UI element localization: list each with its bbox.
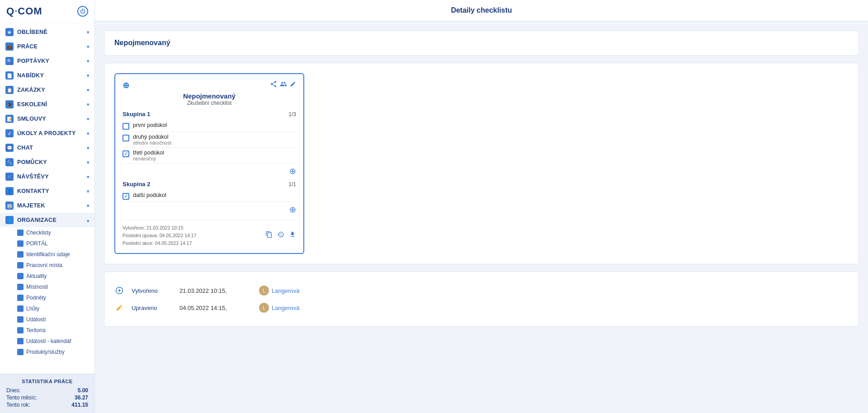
chevron-down-icon: ▾	[87, 102, 89, 107]
sub-item-portal[interactable]: PORTÁL	[0, 238, 94, 249]
sidebar-item-pomucky[interactable]: 🔧 POMŮCKY ▾	[0, 155, 94, 169]
sub-item-label: Teritoria	[26, 327, 46, 333]
card-subtitle: Zkušební checklist	[123, 100, 296, 106]
card-top-icons	[270, 80, 296, 89]
copy-icon[interactable]	[265, 231, 273, 240]
sidebar-item-majetek[interactable]: 🏢 MAJETEK ▾	[0, 198, 94, 213]
sidebar-item-poptavky[interactable]: 🔍 POPTÁVKY ▾	[0, 54, 94, 68]
sidebar-item-zakazky[interactable]: 📋 ZAKÁZKY ▾	[0, 83, 94, 97]
sidebar-header: Q·COM ⏻	[0, 0, 94, 23]
task-2-1-checkbox[interactable]	[123, 193, 129, 200]
history-icon[interactable]	[277, 231, 284, 240]
chevron-down-icon: ▾	[87, 174, 89, 179]
sub-item-label: Aktuality	[26, 273, 47, 279]
task-1-3-checkbox[interactable]	[123, 150, 129, 157]
updated-date: Poslední úprava: 04.05.2022 14:17	[123, 232, 196, 239]
card-add-button[interactable]: ⊕	[123, 80, 129, 90]
group-add-button[interactable]: ⊕	[289, 166, 296, 176]
stats-row-mesic: Tento měsíc: 36.27	[6, 394, 88, 401]
sub-icon	[17, 316, 24, 323]
created-date: Vytvořeno: 21.03.2022 10:15	[123, 224, 196, 232]
group-1-count: 1/3	[288, 111, 296, 117]
task-item: třetí podúkol nenáročný	[123, 148, 296, 164]
activity-item-create: Vytvořeno 21.03.2022 10:15, L Langerová	[114, 282, 849, 299]
sub-item-label: Produkty/služby	[26, 349, 65, 355]
task-add-button[interactable]: ⊕	[289, 205, 296, 215]
task-2-1-text: další podúkol	[133, 192, 166, 198]
activity-edit-label: Upraveno	[132, 305, 172, 311]
sub-item-udalosti-kalendar[interactable]: Události - kalendář	[0, 336, 94, 347]
sub-icon	[17, 273, 24, 279]
users-icon[interactable]	[280, 80, 287, 89]
sub-item-udalosti[interactable]: Události	[0, 314, 94, 325]
sub-item-lhuty[interactable]: Lhůty	[0, 303, 94, 314]
stats-value-mesic: 36.27	[75, 394, 88, 401]
sidebar-item-label: SMLOUVY	[17, 116, 46, 122]
checklist-card: ⊕ Nepojmenovaný	[114, 73, 304, 254]
offer-icon: 📄	[5, 71, 14, 80]
sub-item-identifikacni[interactable]: Identifikační údaje	[0, 249, 94, 260]
sidebar-item-oblibene[interactable]: ★ OBLÍBENÉ ▾	[0, 25, 94, 39]
sidebar-item-organizace[interactable]: 🌐 ORGANIZACE ▴	[0, 213, 94, 227]
sidebar-item-nabidky[interactable]: 📄 NABÍDKY ▾	[0, 68, 94, 83]
sidebar-item-eskoleni[interactable]: 🎓 eSKOLENÍ ▾	[0, 97, 94, 112]
sub-item-checklisty[interactable]: Checklisty	[0, 227, 94, 238]
sub-item-mistnosti[interactable]: Místnosti	[0, 282, 94, 292]
chevron-down-icon: ▾	[87, 88, 89, 93]
sidebar: Q·COM ⏻ ★ OBLÍBENÉ ▾ 💼 PRÁCE ▾ 🔍 POPTÁVK…	[0, 0, 95, 413]
card-title-area: Nepojmenovaný Zkušební checklist	[123, 92, 296, 106]
sub-item-podnety[interactable]: Podněty	[0, 292, 94, 303]
sidebar-item-smlouvy[interactable]: 📝 SMLOUVY ▾	[0, 112, 94, 126]
chevron-down-icon: ▾	[87, 117, 89, 122]
share-icon[interactable]	[270, 80, 277, 89]
sub-icon	[17, 327, 24, 333]
activity-edit-user: L Langerová	[259, 303, 299, 313]
edit-icon[interactable]	[290, 81, 296, 89]
checklist-section: ⊕ Nepojmenovaný	[104, 63, 859, 264]
sub-item-label: Podněty	[26, 295, 46, 301]
sidebar-item-navstevy[interactable]: 🚶 NÁVŠTĚVY ▾	[0, 169, 94, 184]
sidebar-item-label: NABÍDKY	[17, 72, 44, 79]
user-avatar: L	[259, 303, 269, 313]
sub-item-aktuality[interactable]: Aktuality	[0, 271, 94, 282]
sidebar-nav: ★ OBLÍBENÉ ▾ 💼 PRÁCE ▾ 🔍 POPTÁVKY ▾ 📄 NA…	[0, 23, 94, 374]
task-1-2-text: druhý podúkol střední náročnost	[133, 134, 171, 145]
sidebar-item-label: PRÁCE	[17, 43, 38, 50]
last-action-date: Poslední akce: 04.05.2022 14:17	[123, 239, 196, 247]
create-icon	[114, 286, 124, 296]
task-1-1-checkbox[interactable]	[123, 123, 129, 130]
sub-icon	[17, 284, 24, 290]
sub-icon	[17, 230, 24, 236]
task-1-2-checkbox[interactable]	[123, 135, 129, 141]
sidebar-item-kontakty[interactable]: 👤 KONTAKTY ▾	[0, 184, 94, 198]
chevron-down-icon: ▾	[87, 73, 89, 78]
chat-icon: 💬	[5, 144, 14, 152]
sub-item-teritoria[interactable]: Teritoria	[0, 325, 94, 336]
main-content: Detaily checklistu Nepojmenovaný ⊕	[95, 0, 868, 413]
chevron-down-icon: ▾	[87, 44, 89, 49]
download-icon[interactable]	[289, 231, 296, 240]
sidebar-item-prace[interactable]: 💼 PRÁCE ▾	[0, 39, 94, 54]
sidebar-item-chat[interactable]: 💬 CHAT ▾	[0, 141, 94, 155]
task-item: další podúkol	[123, 190, 296, 202]
sub-icon	[17, 305, 24, 312]
chevron-up-icon: ▴	[87, 218, 89, 223]
task-1-1-text: první podúkol	[133, 122, 167, 128]
sub-item-label: Místnosti	[26, 284, 48, 290]
activity-create-label: Vytvořeno	[132, 287, 172, 294]
main-body: Nepojmenovaný ⊕	[95, 21, 868, 413]
order-icon: 📋	[5, 86, 14, 94]
sub-item-label: Události	[26, 316, 46, 323]
sub-item-pracovni-mista[interactable]: Pracovní místa	[0, 260, 94, 271]
checklist-name: Nepojmenovaný	[114, 39, 170, 47]
sub-item-produkty[interactable]: Produkty/služby	[0, 347, 94, 357]
user-name: Langerová	[272, 305, 299, 311]
logo: Q·COM	[6, 5, 42, 17]
contacts-icon: 👤	[5, 187, 14, 195]
sidebar-item-ukoly[interactable]: ✓ ÚKOLY A PROJEKTY ▾	[0, 126, 94, 141]
stats-label-rok: Tento rok:	[6, 402, 30, 408]
tasks-icon: ✓	[5, 129, 14, 137]
power-button[interactable]: ⏻	[77, 6, 88, 17]
task-1-3-text: třetí podúkol nenáročný	[133, 150, 164, 161]
checklist-name-card: Nepojmenovaný	[104, 30, 859, 56]
